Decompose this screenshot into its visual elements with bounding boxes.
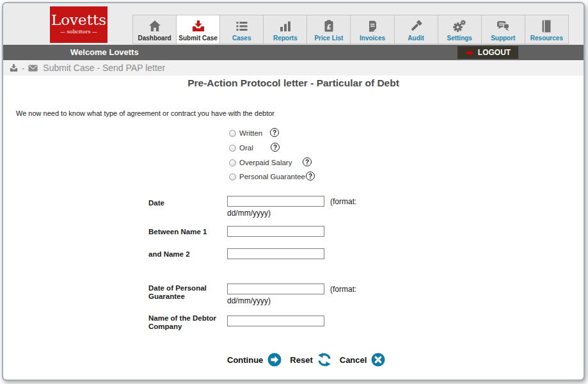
breadcrumb: - Submit Case - Send PAP letter [3,60,584,76]
nav-tab-submit-case[interactable]: Submit Case [176,15,219,44]
radio-label: Written [239,129,262,137]
nav-tab-label: Submit Case [179,35,218,42]
date-of-personal-guarantee-input[interactable] [227,284,324,294]
header: Lovetts — solicitors — Dashboard Submit … [3,3,584,45]
logout-arrow-icon [465,48,475,58]
close-circle-icon[interactable] [370,352,386,367]
user-bar: Welcome Lovetts LOGOUT [3,45,584,60]
nav-tab-audit[interactable]: Audit [394,15,438,44]
cancel-button[interactable]: Cancel [340,355,367,365]
main-nav: Dashboard Submit Case Cases Reports [132,15,569,44]
guarantee-format-hint: dd/mm/yyyy) [227,296,271,305]
logout-label: LOGOUT [478,48,511,57]
field-label-debtor-company: Name of the Debtor Company [148,314,226,331]
nav-tab-label: Dashboard [138,35,171,42]
nav-tab-support[interactable]: Support [481,15,525,44]
field-label-date-of-personal-guarantee: Date of Personal Guarantee [148,284,226,301]
field-label-and-name-2: and Name 2 [148,250,226,259]
arrow-right-circle-icon[interactable] [267,352,282,367]
app-window: Lovetts — solicitors — Dashboard Submit … [2,2,585,381]
chat-bubbles-icon [495,17,511,35]
nav-tab-label: Price List [314,35,343,42]
refresh-icon[interactable] [317,352,332,367]
help-icon-overpaid-salary[interactable]: ? [303,157,312,166]
option-row-oral: Oral [229,144,253,152]
document-icon [365,17,380,35]
radio-personal-guarantee[interactable] [229,173,236,180]
list-icon [234,17,250,35]
nav-tab-label: Resources [530,35,563,42]
debtor-company-input[interactable] [227,316,324,326]
nav-tab-label: Reports [273,35,298,42]
nav-tab-price-list[interactable]: £ Price List [306,15,350,44]
radio-label: Personal Guarantee [239,173,305,180]
nav-tab-reports[interactable]: Reports [263,15,306,44]
nav-tab-resources[interactable]: Resources [525,15,568,44]
field-label-between-name-1: Between Name 1 [148,228,226,236]
date-format-hint: (format: [330,197,356,206]
radio-written[interactable] [229,130,236,137]
radio-overpaid-salary[interactable] [229,159,236,166]
date-format-hint: dd/mm/yyyy) [227,209,271,218]
guarantee-format-hint: (format: [330,285,356,294]
logo-name: Lovetts [50,12,107,28]
field-label-date: Date [148,199,226,207]
option-row-overpaid-salary: Overpaid Salary [229,159,292,166]
breadcrumb-separator: - [22,63,24,73]
nav-tab-label: Support [491,35,515,42]
nav-tab-label: Settings [447,35,472,42]
logout-button[interactable]: LOGOUT [457,46,518,59]
lovetts-logo[interactable]: Lovetts — solicitors — [50,6,107,43]
nav-tab-dashboard[interactable]: Dashboard [133,15,176,44]
radio-label: Oral [239,144,253,152]
welcome-text: Welcome Lovetts [70,47,139,57]
envelope-icon[interactable] [28,63,38,74]
page-title: Pre-Action Protocol letter - Particular … [3,77,584,89]
and-name-2-input[interactable] [227,248,324,259]
download-icon[interactable] [9,63,19,73]
form-actions: Continue Reset Cancel [227,352,390,367]
breadcrumb-text: Submit Case - Send PAP letter [43,63,165,73]
radio-label: Overpaid Salary [239,159,292,166]
help-icon-personal-guarantee[interactable]: ? [306,172,315,180]
nav-tab-settings[interactable]: Settings [438,15,481,44]
home-icon [147,17,163,35]
nav-tab-label: Invoices [360,35,385,42]
clipboard-pound-icon: £ [321,17,337,35]
option-row-written: Written [229,129,262,137]
svg-text:£: £ [326,23,331,31]
download-icon [191,17,206,35]
reset-button[interactable]: Reset [290,355,312,365]
nav-tab-invoices[interactable]: Invoices [350,15,393,44]
bar-chart-icon [278,17,293,35]
intro-text: We now need to know what type of agreeme… [16,109,274,117]
date-input[interactable] [227,196,324,207]
nav-tab-label: Audit [408,35,424,42]
help-icon-written[interactable]: ? [270,128,279,137]
flashlight-icon [408,17,424,35]
nav-tab-cases[interactable]: Cases [219,15,263,44]
nav-tab-label: Cases [232,35,251,42]
continue-button[interactable]: Continue [227,355,263,365]
help-icon-oral[interactable]: ? [271,143,280,152]
option-row-personal-guarantee: Personal Guarantee [229,173,305,180]
book-icon [539,17,554,35]
radio-oral[interactable] [229,145,236,152]
between-name-1-input[interactable] [227,226,324,237]
logo-tagline: — solicitors — [50,29,107,35]
gears-icon [452,17,467,35]
